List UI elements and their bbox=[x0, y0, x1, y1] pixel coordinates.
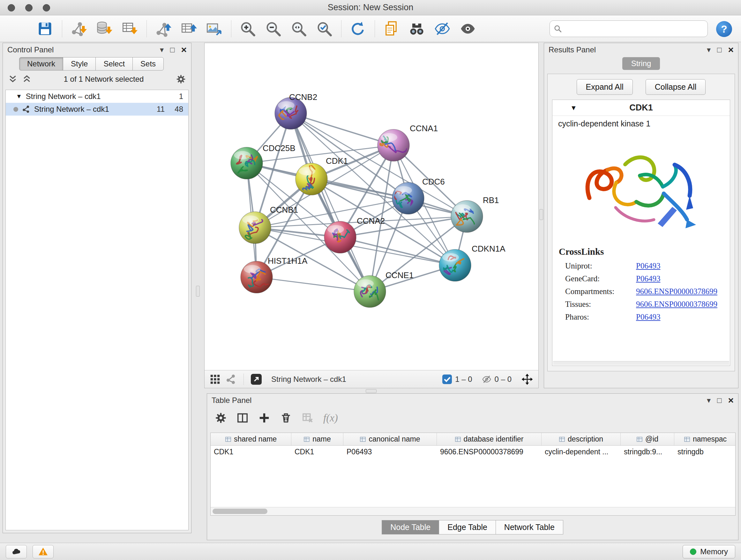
table-cell[interactable]: CDK1 bbox=[291, 446, 343, 458]
crosslink-link[interactable]: 9606.ENSP00000378699 bbox=[636, 287, 718, 296]
network-node[interactable]: HIST1H1A bbox=[241, 256, 308, 293]
tab-string[interactable]: String bbox=[622, 57, 660, 70]
network-row[interactable]: String Network – cdk1 11 48 bbox=[6, 103, 188, 116]
network-node[interactable]: CDK1 bbox=[295, 156, 348, 195]
tab-sets[interactable]: Sets bbox=[132, 57, 164, 71]
search-input[interactable] bbox=[564, 24, 704, 33]
detach-view-icon[interactable] bbox=[251, 374, 262, 385]
minimize-window-button[interactable] bbox=[25, 4, 32, 11]
network-node[interactable]: CDKN1A bbox=[439, 244, 506, 281]
tab-edge-table[interactable]: Edge Table bbox=[439, 520, 496, 535]
help-button[interactable]: ? bbox=[716, 21, 732, 37]
delete-table-icon-disabled[interactable] bbox=[301, 412, 314, 424]
column-header[interactable]: @id bbox=[621, 433, 674, 445]
column-header[interactable]: description bbox=[542, 433, 621, 445]
network-node[interactable]: CCNA1 bbox=[377, 124, 438, 161]
crosslink-link[interactable]: P06493 bbox=[636, 313, 660, 321]
scrollbar-thumb[interactable] bbox=[212, 509, 267, 514]
refresh-icon[interactable] bbox=[347, 18, 368, 39]
column-header[interactable]: shared name bbox=[211, 433, 291, 445]
expand-all-button[interactable]: Expand All bbox=[577, 79, 633, 95]
binoculars-icon[interactable] bbox=[406, 18, 427, 39]
table-cell[interactable]: stringdb bbox=[674, 446, 736, 458]
zoom-in-icon[interactable] bbox=[237, 18, 258, 39]
gene-symbol: CDK1 bbox=[629, 103, 653, 113]
table-settings-gear-icon[interactable] bbox=[215, 412, 227, 424]
table-cell[interactable]: 9606.ENSP00000378699 bbox=[437, 446, 542, 458]
gear-icon[interactable] bbox=[176, 74, 186, 84]
function-builder-icon[interactable]: f(x) bbox=[323, 412, 338, 424]
panel-menu-icon[interactable]: ▾ bbox=[160, 46, 164, 54]
memory-button[interactable]: Memory bbox=[683, 545, 735, 558]
float-panel-icon[interactable]: □ bbox=[717, 396, 722, 404]
crosslink-link[interactable]: 9606.ENSP00000378699 bbox=[636, 300, 718, 309]
show-hidden-icon[interactable] bbox=[457, 18, 478, 39]
zoom-window-button[interactable] bbox=[43, 4, 50, 11]
delete-column-icon[interactable] bbox=[280, 412, 292, 424]
collapse-icon[interactable]: ▼ bbox=[16, 93, 22, 100]
close-panel-icon[interactable]: × bbox=[728, 395, 734, 405]
table-cell[interactable]: P06493 bbox=[343, 446, 437, 458]
tab-network-table[interactable]: Network Table bbox=[495, 520, 563, 535]
column-header[interactable]: canonical name bbox=[343, 433, 437, 445]
network-canvas[interactable]: CCNB2CCNA1CDC25BCDK1CDC6RB1CCNB1CCNA2CDK… bbox=[205, 43, 538, 370]
export-table-icon[interactable] bbox=[178, 18, 199, 39]
left-splitter-handle[interactable] bbox=[196, 286, 200, 297]
save-session-button[interactable] bbox=[35, 18, 56, 39]
hidden-eye-icon[interactable] bbox=[482, 374, 491, 384]
crosslink-link[interactable]: P06493 bbox=[636, 274, 660, 283]
crosslink-link[interactable]: P06493 bbox=[636, 261, 660, 270]
close-panel-icon[interactable]: × bbox=[181, 45, 187, 55]
open-session-button[interactable] bbox=[9, 18, 30, 39]
tab-select[interactable]: Select bbox=[95, 57, 133, 71]
export-network-icon[interactable] bbox=[152, 18, 174, 39]
network-node[interactable]: RB1 bbox=[451, 195, 499, 233]
results-scrollbar[interactable] bbox=[553, 361, 729, 365]
hide-selected-icon[interactable] bbox=[432, 18, 453, 39]
column-header[interactable]: name bbox=[291, 433, 343, 445]
collapse-tree-icon[interactable] bbox=[8, 74, 17, 84]
zoom-out-icon[interactable] bbox=[263, 18, 284, 39]
tab-node-table[interactable]: Node Table bbox=[382, 520, 439, 535]
crosslink-row: Tissues:9606.ENSP00000378699 bbox=[552, 298, 730, 311]
bottom-splitter-handle[interactable] bbox=[366, 389, 377, 393]
birds-eye-view-icon[interactable] bbox=[210, 374, 220, 385]
network-share-icon[interactable] bbox=[226, 374, 237, 385]
search-box[interactable] bbox=[549, 20, 708, 37]
export-image-icon[interactable] bbox=[204, 18, 225, 39]
float-panel-icon[interactable]: □ bbox=[170, 46, 175, 54]
tab-network[interactable]: Network bbox=[19, 57, 63, 71]
selected-checkbox-icon[interactable] bbox=[442, 374, 452, 384]
network-node[interactable]: CCNB1 bbox=[239, 205, 298, 244]
table-cell[interactable]: CDK1 bbox=[211, 446, 291, 458]
pan-move-icon[interactable] bbox=[521, 373, 533, 385]
import-network-file-icon[interactable] bbox=[68, 18, 89, 39]
table-cell[interactable]: cyclin-dependent ... bbox=[542, 446, 621, 458]
column-header[interactable]: namespac bbox=[674, 433, 736, 445]
collapse-gene-icon[interactable]: ▼ bbox=[570, 104, 577, 112]
zoom-selected-icon[interactable] bbox=[314, 18, 335, 39]
zoom-fit-icon[interactable] bbox=[288, 18, 309, 39]
close-panel-icon[interactable]: × bbox=[728, 45, 734, 55]
close-window-button[interactable] bbox=[8, 4, 15, 11]
warning-button[interactable] bbox=[32, 545, 54, 558]
show-columns-icon[interactable] bbox=[237, 412, 249, 424]
cloud-button[interactable] bbox=[6, 545, 27, 558]
table-cell[interactable]: stringdb:9... bbox=[621, 446, 674, 458]
add-column-icon[interactable] bbox=[258, 412, 270, 424]
network-collection-row[interactable]: ▼ String Network – cdk1 1 bbox=[6, 90, 188, 103]
table-row[interactable]: CDK1CDK1P064939606.ENSP00000378699cyclin… bbox=[211, 446, 735, 458]
panel-menu-icon[interactable]: ▾ bbox=[707, 396, 711, 404]
column-header[interactable]: database identifier bbox=[437, 433, 542, 445]
documents-icon[interactable] bbox=[381, 18, 402, 39]
collapse-all-button[interactable]: Collapse All bbox=[646, 79, 706, 95]
panel-menu-icon[interactable]: ▾ bbox=[707, 46, 711, 54]
import-network-database-icon[interactable] bbox=[93, 18, 115, 39]
import-table-icon[interactable] bbox=[119, 18, 140, 39]
expand-tree-icon[interactable] bbox=[22, 74, 31, 84]
float-panel-icon[interactable]: □ bbox=[717, 46, 722, 54]
tab-style[interactable]: Style bbox=[63, 57, 96, 71]
horizontal-scrollbar[interactable] bbox=[211, 507, 735, 515]
network-node[interactable]: CCNB2 bbox=[275, 92, 317, 129]
right-splitter-handle[interactable] bbox=[539, 209, 543, 220]
